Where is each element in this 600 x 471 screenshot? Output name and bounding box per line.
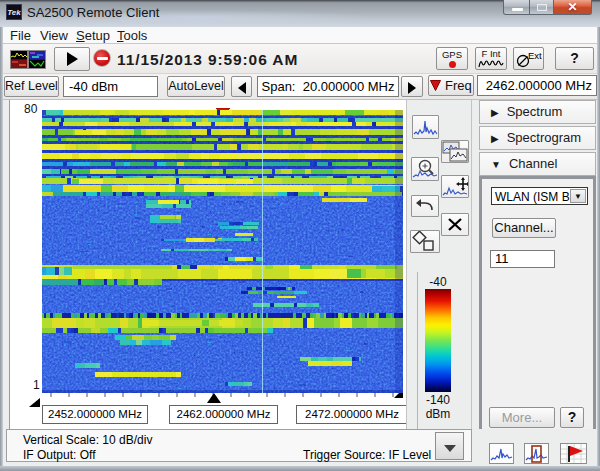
svg-text:Ext: Ext <box>528 50 542 61</box>
